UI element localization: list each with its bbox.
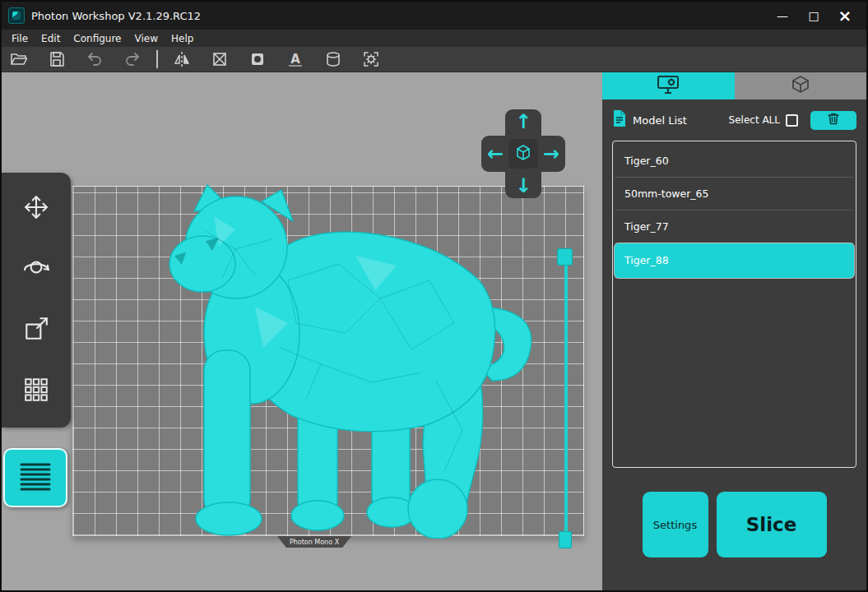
- app-window: Photon Workshop V2.1.29.RC12 — □ × File …: [0, 0, 868, 592]
- redo-icon: [123, 50, 142, 68]
- undo-icon: [86, 50, 104, 68]
- maximize-button[interactable]: □: [799, 4, 829, 27]
- model-list-title: Model List: [633, 114, 687, 127]
- window-controls: — □ ×: [768, 4, 860, 27]
- move-icon: [23, 194, 49, 224]
- cylinder-icon: [324, 50, 342, 68]
- main-area: Photon Mono X: [2, 72, 866, 590]
- panel-tabs: [602, 72, 866, 99]
- undo-button[interactable]: [81, 49, 109, 70]
- tab-print-info[interactable]: [735, 72, 867, 99]
- model-list-item[interactable]: Tiger_60: [615, 145, 854, 178]
- punch-hole-icon: [248, 50, 267, 68]
- punch-hole-button[interactable]: [244, 49, 272, 70]
- arrange-icon: [23, 377, 49, 406]
- z-slider-handle[interactable]: [557, 248, 573, 266]
- svg-text:A: A: [290, 52, 300, 67]
- document-icon: [612, 109, 627, 131]
- window-title: Photon Workshop V2.1.29.RC12: [31, 10, 201, 22]
- nav-left-arrow-icon[interactable]: ←: [483, 141, 508, 166]
- layers-icon: [16, 460, 54, 495]
- select-all-label: Select ALL: [729, 114, 780, 126]
- tiger-front-leg-near: [204, 350, 250, 520]
- nav-home-cube-button[interactable]: [508, 139, 538, 169]
- machine-config-button[interactable]: [357, 49, 385, 70]
- model-tiger[interactable]: [156, 183, 541, 539]
- printer-box-icon: [791, 76, 810, 97]
- viewport-3d[interactable]: Photon Mono X: [2, 72, 602, 590]
- scale-tool-button[interactable]: [16, 311, 56, 350]
- model-list-header: Model List Select ALL: [602, 99, 866, 136]
- move-tool-button[interactable]: [16, 189, 56, 229]
- rotate-icon: [23, 255, 49, 284]
- model-list-item[interactable]: Tiger_77: [615, 210, 854, 243]
- cylinder-button[interactable]: [319, 49, 347, 70]
- view-navigator: ↑ ↓ ← →: [481, 109, 565, 198]
- open-folder-icon: [10, 50, 28, 68]
- toolbar-separator: [156, 50, 158, 68]
- z-slider-track[interactable]: [564, 258, 568, 536]
- nav-down-arrow-icon[interactable]: ↓: [511, 173, 536, 198]
- mirror-button[interactable]: [168, 49, 196, 70]
- cube-icon: [513, 141, 534, 166]
- titlebar: Photon Workshop V2.1.29.RC12 — □ ×: [2, 2, 866, 30]
- rotate-tool-button[interactable]: [16, 250, 56, 289]
- nav-up-arrow-icon[interactable]: ↑: [511, 109, 536, 134]
- viewport-tool-panel: [2, 173, 71, 428]
- minimize-button[interactable]: —: [768, 4, 797, 27]
- mirror-icon: [173, 50, 191, 68]
- model-list: Tiger_60 50mm-tower_65 Tiger_77 Tiger_88: [612, 141, 856, 468]
- model-list-item-selected[interactable]: Tiger_88: [615, 243, 854, 278]
- tiger-muzzle: [169, 236, 235, 292]
- menu-file[interactable]: File: [5, 30, 35, 47]
- text-tool-button[interactable]: A: [281, 49, 309, 70]
- right-panel: Model List Select ALL Tiger_60 50mm-towe…: [602, 72, 866, 590]
- close-button[interactable]: ×: [830, 4, 860, 27]
- slice-button[interactable]: Slice: [717, 492, 827, 557]
- trash-icon: [827, 112, 840, 128]
- tiger-front-paw-far: [291, 501, 344, 530]
- monitor-gear-icon: [657, 76, 680, 97]
- nav-right-arrow-icon[interactable]: →: [539, 141, 564, 166]
- toolbar: A: [2, 47, 866, 72]
- menu-view[interactable]: View: [128, 30, 165, 47]
- tiger-hind-paw-ball: [408, 479, 467, 539]
- menu-help[interactable]: Help: [165, 30, 200, 47]
- arrange-tool-button[interactable]: [16, 372, 56, 411]
- select-all-checkbox[interactable]: [786, 114, 798, 127]
- action-buttons: Settings Slice: [602, 492, 866, 557]
- machine-config-icon: [362, 50, 380, 68]
- hollow-button[interactable]: [206, 49, 234, 70]
- redo-button[interactable]: [118, 49, 146, 70]
- scale-icon: [23, 316, 49, 345]
- tiger-front-paw-near: [196, 502, 262, 535]
- save-icon: [48, 50, 66, 68]
- menu-configure[interactable]: Configure: [67, 30, 128, 47]
- z-slider-bottom-stop[interactable]: [559, 531, 572, 548]
- delete-button[interactable]: [810, 111, 856, 130]
- settings-button[interactable]: Settings: [643, 492, 708, 557]
- app-logo-icon: [8, 7, 25, 24]
- model-list-item[interactable]: 50mm-tower_65: [615, 178, 854, 210]
- open-button[interactable]: [5, 49, 33, 70]
- hollow-icon: [211, 50, 229, 68]
- tab-slice-settings[interactable]: [602, 72, 735, 99]
- save-button[interactable]: [43, 49, 71, 70]
- menubar: File Edit Configure View Help: [2, 30, 866, 47]
- text-tool-icon: A: [286, 50, 304, 68]
- menu-edit[interactable]: Edit: [35, 30, 67, 47]
- slice-view-button[interactable]: [3, 448, 67, 507]
